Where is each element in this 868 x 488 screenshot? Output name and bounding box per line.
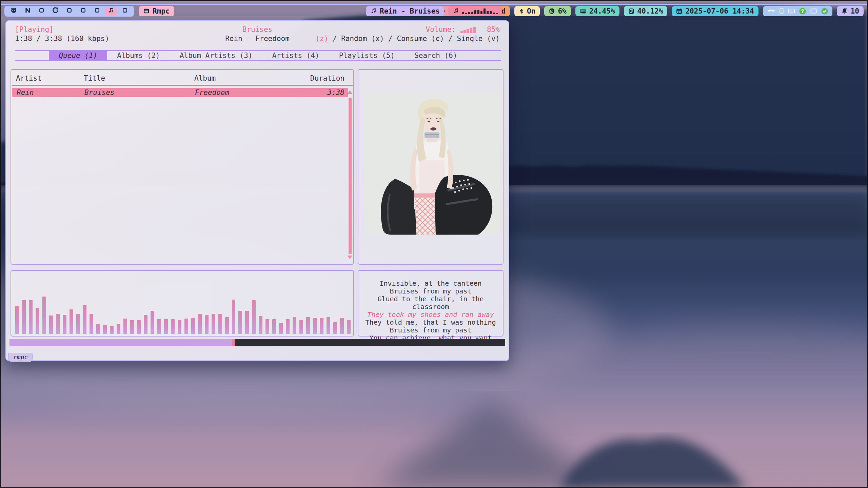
viz-bar — [198, 314, 202, 334]
viz-bar — [83, 305, 87, 334]
queue-row-selected[interactable]: Rein Bruises Freedoom 3:38 — [12, 88, 348, 97]
taskbar-item-label: Rmpc — [153, 7, 170, 15]
scrollbar-down-arrow[interactable] — [348, 256, 352, 259]
visualizer-panel — [11, 270, 354, 337]
volume-ramp-icon — [460, 27, 476, 33]
tab-queue-1-[interactable]: Queue (1) — [49, 51, 107, 60]
mini-visualizer-widget[interactable] — [448, 6, 502, 16]
viz-bar — [286, 319, 290, 334]
tab-search-6-[interactable]: Search (6) — [405, 51, 467, 60]
workspace-6[interactable] — [77, 7, 89, 16]
viz-bar — [313, 318, 317, 334]
lyric-line: They told me, that I was nothing — [360, 319, 501, 326]
workspace-7[interactable] — [91, 7, 103, 16]
memory-widget[interactable]: 24.45% — [575, 6, 619, 16]
cat-icon — [11, 7, 17, 15]
cell-artist: Rein — [17, 88, 34, 97]
keyboard-icon[interactable] — [788, 8, 795, 14]
viz-bar — [22, 300, 26, 334]
viz-bar — [225, 317, 229, 334]
tab-album-artists-3-[interactable]: Album Artists (3) — [170, 51, 262, 60]
disk-widget-value: 40.12% — [637, 7, 663, 15]
header-divider — [12, 85, 353, 86]
viz-bar — [90, 314, 93, 334]
viz-bar — [171, 319, 175, 334]
viz-bar — [164, 319, 168, 334]
now-playing-widget[interactable]: Rein - Bruises — [366, 6, 444, 16]
music-note-icon — [453, 8, 459, 14]
viz-bar — [306, 317, 310, 334]
viz-bar — [333, 322, 337, 334]
tray-window-icon[interactable] — [810, 8, 817, 14]
progress-bar[interactable] — [9, 339, 505, 346]
scrollbar-thumb[interactable] — [349, 98, 352, 254]
key-icon[interactable] — [799, 8, 806, 15]
lyric-line: Glued to the chair, in the classroom — [360, 295, 501, 311]
viz-bar — [299, 320, 303, 334]
workspace-1[interactable] — [7, 7, 20, 16]
phone-icon[interactable] — [780, 8, 784, 14]
viz-bar — [117, 324, 120, 334]
taskbar-item-rmpc[interactable]: Rmpc — [139, 6, 174, 16]
workspace-2[interactable] — [21, 7, 34, 16]
progress-marker[interactable] — [232, 339, 235, 346]
music-note-icon — [370, 8, 377, 14]
viz-bar — [137, 320, 141, 334]
square-icon — [81, 8, 86, 14]
desktop: Rmpc Rein - Bruises 55%WiredOn6%24.45%40… — [0, 0, 868, 488]
viz-bar — [232, 300, 236, 334]
workspace-3[interactable] — [35, 7, 47, 16]
disk-widget[interactable]: 40.12% — [624, 6, 668, 16]
nvim-icon — [24, 7, 31, 15]
progress-elapsed — [9, 339, 232, 346]
mini-bar — [484, 8, 486, 14]
workspace-5[interactable] — [63, 7, 75, 16]
notifications-widget[interactable]: 10 — [837, 6, 864, 16]
workspace-4[interactable] — [49, 7, 61, 16]
notification-count: 10 — [851, 7, 859, 15]
refresh-icon — [52, 7, 59, 15]
cpu-widget[interactable]: 6% — [544, 6, 571, 16]
mini-bar — [471, 12, 473, 14]
clock-widget-value: 2025-07-06 14:34 — [685, 7, 754, 15]
check-icon[interactable] — [821, 8, 828, 15]
viz-bar — [212, 314, 215, 334]
viz-bar — [205, 315, 209, 334]
lyric-line-current: They took my shoes and ran away — [360, 311, 501, 319]
mode-repeat[interactable]: (z) — [315, 35, 328, 43]
column-header-title: Title — [84, 73, 105, 83]
player-options-block: Volume: 85% (z) / Random (x) / Consume (… — [315, 25, 500, 43]
bluetooth-widget-value: On — [527, 7, 535, 15]
scrollbar-up-arrow[interactable] — [348, 90, 352, 94]
now-playing-group: Rein - Bruises — [366, 6, 502, 16]
ram-icon — [580, 8, 586, 14]
lyric-line: Invisible, at the canteen — [360, 280, 501, 287]
mini-bar — [490, 11, 492, 14]
tab-playlists-5-[interactable]: Playlists (5) — [329, 51, 405, 60]
column-header-artist: Artist — [16, 73, 42, 83]
mustache-icon[interactable] — [767, 9, 775, 13]
viz-bar — [320, 318, 323, 334]
workspace-8[interactable] — [105, 7, 117, 16]
viz-bar — [272, 319, 276, 334]
viz-bar — [103, 325, 107, 334]
tab-albums-2-[interactable]: Albums (2) — [107, 51, 170, 60]
window-title-tab[interactable]: rmpc — [8, 353, 33, 362]
modes-rest[interactable]: / Random (x) / Consume (c) / Single (v) — [328, 35, 500, 43]
mini-bar — [465, 13, 467, 14]
viz-bar — [293, 317, 296, 334]
bell-icon — [841, 8, 848, 14]
clock-widget[interactable]: 2025-07-06 14:34 — [672, 6, 758, 16]
playback-modes: (z) / Random (x) / Consume (c) / Single … — [315, 34, 500, 43]
viz-bar — [56, 314, 60, 334]
viz-bar — [63, 315, 66, 334]
workspace-9[interactable] — [119, 7, 131, 16]
bluetooth-icon — [519, 8, 524, 14]
tab-artists-4-[interactable]: Artists (4) — [262, 51, 329, 60]
lyrics-lines: Invisible, at the canteenBruises from my… — [360, 280, 501, 342]
mini-bar — [496, 13, 498, 14]
mini-bar — [480, 11, 482, 14]
viz-bar — [184, 319, 188, 334]
mini-bar — [462, 12, 464, 14]
bluetooth-widget[interactable]: On — [514, 6, 540, 16]
